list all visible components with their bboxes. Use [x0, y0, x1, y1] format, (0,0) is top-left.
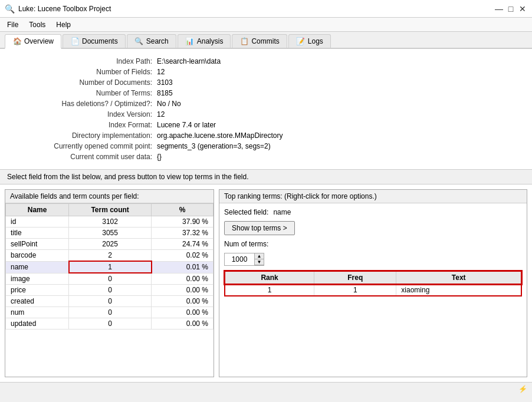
- table-row[interactable]: title305537.32 %: [6, 228, 214, 239]
- table-row[interactable]: barcode20.02 %: [6, 250, 214, 262]
- overview-icon: 🏠: [12, 37, 22, 45]
- selected-field-value: name: [273, 208, 291, 216]
- tab-analysis-label: Analysis: [197, 37, 224, 45]
- close-button[interactable]: ✕: [518, 4, 527, 14]
- menu-help[interactable]: Help: [51, 19, 75, 30]
- table-row[interactable]: price00.00 %: [6, 285, 214, 296]
- info-row: Current commit user data:{}: [9, 151, 523, 162]
- analysis-icon: 📊: [185, 37, 195, 45]
- right-panel-body: Selected field: name Show top terms > Nu…: [219, 203, 527, 377]
- freq-cell: 1: [314, 284, 396, 296]
- title-bar: 🔍 Luke: Lucene Toolbox Project — □ ✕: [0, 0, 532, 18]
- logs-icon: 📝: [296, 37, 306, 45]
- menu-file[interactable]: File: [2, 19, 23, 30]
- field-name-cell: id: [6, 216, 69, 228]
- info-label: Current commit user data:: [9, 153, 157, 161]
- table-row[interactable]: image00.00 %: [6, 273, 214, 285]
- info-value: 12: [157, 68, 165, 76]
- info-row: Number of Documents:3103: [9, 77, 523, 88]
- tab-logs-label: Logs: [308, 37, 323, 45]
- num-terms-input[interactable]: [225, 254, 254, 265]
- menu-bar: File Tools Help: [0, 18, 532, 32]
- info-row: Index Format:Lucene 7.4 or later: [9, 120, 523, 130]
- ranking-table-body: 11xiaoming: [225, 284, 521, 296]
- num-terms-input-row: ▲ ▼: [224, 253, 522, 266]
- tab-search-label: Search: [146, 37, 169, 45]
- table-row[interactable]: id310237.90 %: [6, 216, 214, 228]
- info-table: Index Path:E:\search-learn\dataNumber of…: [9, 54, 523, 164]
- info-label: Index Version:: [9, 110, 157, 118]
- table-row[interactable]: created00.00 %: [6, 296, 214, 307]
- tab-overview[interactable]: 🏠 Overview: [5, 34, 61, 49]
- right-panel-title: Top ranking terms: (Right-click for more…: [219, 190, 527, 203]
- maximize-button[interactable]: □: [506, 4, 515, 14]
- col-percent: %: [152, 204, 214, 216]
- table-row[interactable]: sellPoint202524.74 %: [6, 239, 214, 250]
- info-value: {}: [157, 153, 162, 161]
- info-value: segments_3 (generation=3, segs=2): [157, 142, 271, 150]
- field-name-cell: name: [6, 261, 69, 273]
- col-text: Text: [396, 271, 521, 284]
- tab-search[interactable]: 🔍 Search: [127, 34, 176, 48]
- minimize-button[interactable]: —: [494, 4, 504, 14]
- info-row: Has deletions? / Optimized?:No / No: [9, 98, 523, 109]
- info-row: Currently opened commit point:segments_3…: [9, 141, 523, 151]
- num-terms-spinner: ▲ ▼: [224, 253, 264, 266]
- ranking-row[interactable]: 11xiaoming: [225, 284, 521, 296]
- info-value: E:\search-learn\data: [157, 57, 221, 65]
- menu-tools[interactable]: Tools: [24, 19, 50, 30]
- info-row: Number of Terms:8185: [9, 88, 523, 98]
- window-title: Luke: Lucene Toolbox Project: [18, 5, 111, 13]
- percent-cell: 0.02 %: [152, 250, 214, 262]
- table-row[interactable]: num00.00 %: [6, 307, 214, 318]
- spinner-down-button[interactable]: ▼: [254, 259, 264, 265]
- tab-analysis[interactable]: 📊 Analysis: [178, 34, 231, 48]
- percent-cell: 0.01 %: [152, 261, 214, 273]
- table-row[interactable]: name10.01 %: [6, 261, 214, 273]
- ranking-table-header: Rank Freq Text: [225, 271, 521, 284]
- info-row: Directory implementation:org.apache.luce…: [9, 130, 523, 141]
- col-name: Name: [6, 204, 69, 216]
- info-label: Has deletions? / Optimized?:: [9, 100, 157, 108]
- term-count-cell: 0: [69, 273, 152, 285]
- percent-cell: 0.00 %: [152, 307, 214, 318]
- tab-commits-label: Commits: [251, 37, 279, 45]
- fields-table-container[interactable]: Name Term count % id310237.90 %title3055…: [5, 203, 214, 377]
- term-count-cell: 1: [69, 261, 152, 273]
- instruction-text: Select field from the list below, and pr…: [0, 169, 532, 184]
- tab-logs[interactable]: 📝 Logs: [288, 34, 331, 48]
- info-label: Index Path:: [9, 57, 157, 65]
- percent-cell: 37.32 %: [152, 228, 214, 239]
- percent-cell: 0.00 %: [152, 285, 214, 296]
- tab-commits[interactable]: 📋 Commits: [232, 34, 287, 48]
- spinner-buttons: ▲ ▼: [254, 253, 264, 265]
- percent-cell: 0.00 %: [152, 296, 214, 307]
- info-value: org.apache.lucene.store.MMapDirectory: [157, 131, 283, 140]
- show-top-terms-button[interactable]: Show top terms >: [224, 221, 295, 235]
- field-name-cell: image: [6, 273, 69, 285]
- tab-overview-label: Overview: [24, 37, 54, 45]
- percent-cell: 37.90 %: [152, 216, 214, 228]
- field-name-cell: sellPoint: [6, 239, 69, 250]
- ranking-table: Rank Freq Text 11xiaoming: [224, 271, 522, 296]
- field-name-cell: updated: [6, 318, 69, 329]
- fields-table-body: id310237.90 %title305537.32 %sellPoint20…: [6, 216, 214, 329]
- spinner-up-button[interactable]: ▲: [254, 253, 264, 259]
- term-count-cell: 0: [69, 318, 152, 329]
- fields-table: Name Term count % id310237.90 %title3055…: [5, 203, 214, 329]
- fields-table-area: Name Term count % id310237.90 %title3055…: [5, 203, 214, 377]
- left-panel: Available fields and term counts per fie…: [5, 189, 214, 377]
- tab-documents[interactable]: 📄 Documents: [63, 34, 126, 48]
- info-row: Number of Fields:12: [9, 67, 523, 77]
- col-term-count: Term count: [69, 204, 152, 216]
- title-bar-controls: — □ ✕: [494, 4, 527, 14]
- info-value: Lucene 7.4 or later: [157, 121, 216, 129]
- term-count-cell: 2025: [69, 239, 152, 250]
- tab-documents-label: Documents: [82, 37, 118, 45]
- rank-cell: 1: [225, 284, 314, 296]
- selected-field-label: Selected field:: [224, 208, 268, 216]
- info-value: 3103: [157, 78, 173, 87]
- documents-icon: 📄: [70, 37, 80, 45]
- table-row[interactable]: updated00.00 %: [6, 318, 214, 329]
- commits-icon: 📋: [239, 37, 249, 45]
